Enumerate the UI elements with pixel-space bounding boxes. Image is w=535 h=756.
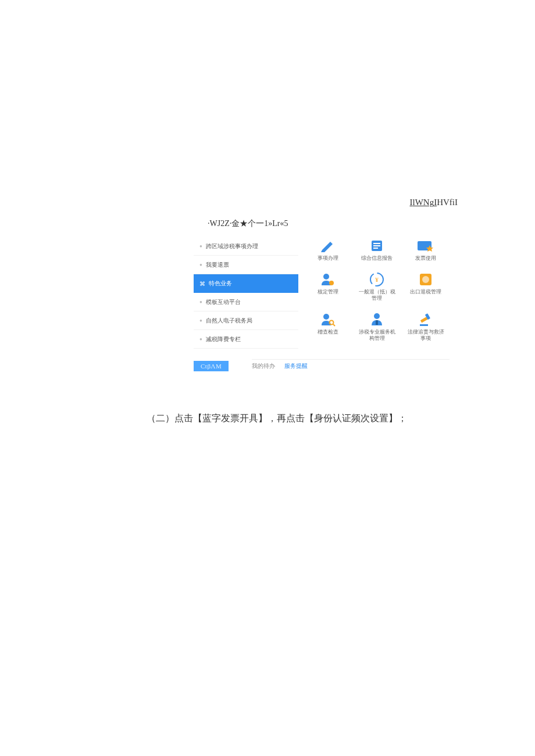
ticket-star-icon (416, 238, 435, 253)
function-grid: 事项办理 综合信息报告 发票使用 核定管理 (304, 237, 450, 349)
sidebar-item-label: 自然人电子税务局 (206, 317, 252, 325)
svg-point-11 (422, 276, 429, 283)
grid-item-label: 综合信息报告 (361, 255, 393, 261)
top-link: IlWNgIHVfiI (410, 198, 458, 207)
gavel-icon (416, 312, 435, 327)
svg-rect-3 (373, 248, 378, 249)
content-wrap: ● 跨区域涉税事项办理 ● 我要退票 ⌘ 特色业务 ● 模板互动平台 ● 自然人… (194, 237, 450, 349)
user-search-icon (319, 312, 337, 327)
sidebar-item-label: 模板互动平台 (206, 298, 241, 306)
sidebar-item-tax-cut[interactable]: ● 减税降费专栏 (194, 330, 298, 349)
svg-point-6 (323, 274, 329, 280)
sidebar-item-label: 减税降费专栏 (206, 335, 241, 343)
grid-item-legal[interactable]: 法律追责与救济事项 (402, 312, 450, 349)
bottom-bar: CtβΛM 我的待办 服务提醒 (194, 359, 450, 371)
svg-rect-2 (373, 245, 380, 246)
svg-text:¥: ¥ (375, 276, 379, 283)
list-icon (368, 238, 386, 253)
grid-item-label: 一般退（抵）税管理 (358, 289, 395, 302)
sidebar-item-featured[interactable]: ⌘ 特色业务 (194, 274, 298, 293)
grid-item-label: 核定管理 (318, 289, 338, 295)
grid-item-label: 法律追责与救济事项 (407, 329, 444, 342)
app-panel: ·WJ2Z·金★个一1»Lr«5 ● 跨区域涉税事项办理 ● 我要退票 ⌘ 特色… (194, 215, 450, 371)
bullet-icon: ● (199, 318, 202, 323)
tabs: 我的待办 服务提醒 (252, 359, 450, 371)
grid-item-label: 涉税专业服务机构管理 (358, 329, 395, 342)
grid-item-label: 发票使用 (415, 255, 436, 261)
refresh-icon: ¥ (368, 272, 386, 287)
sidebar-item-label: 特色业务 (209, 280, 232, 288)
grid-item-label: 出口退税管理 (410, 289, 441, 295)
grid-item-tax-service-org[interactable]: 涉税专业服务机构管理 (353, 312, 401, 349)
bullet-icon: ● (199, 262, 202, 267)
user-tie-icon (368, 312, 386, 327)
svg-point-15 (374, 313, 380, 319)
tab-todo[interactable]: 我的待办 (252, 362, 275, 370)
sidebar-item-template[interactable]: ● 模板互动平台 (194, 293, 298, 311)
badge: CtβΛM (194, 361, 229, 371)
sidebar-item-refund[interactable]: ● 我要退票 (194, 256, 298, 274)
grid-item-verify-mgmt[interactable]: 核定管理 (304, 272, 352, 309)
svg-rect-1 (373, 243, 380, 244)
tab-service-notice[interactable]: 服务提醒 (284, 362, 308, 370)
svg-line-14 (333, 324, 335, 326)
grid-item-invoice[interactable]: 发票使用 (402, 238, 450, 268)
command-icon: ⌘ (199, 281, 205, 287)
sidebar-item-cross-region[interactable]: ● 跨区域涉税事项办理 (194, 237, 298, 256)
link-part4: HVfiI (437, 198, 458, 207)
grid-item-label: 稽查检查 (318, 329, 338, 335)
bullet-icon: ● (199, 336, 202, 342)
svg-rect-16 (376, 320, 378, 325)
grid-item-general-refund[interactable]: ¥ 一般退（抵）税管理 (353, 272, 401, 309)
grid-item-export-refund[interactable]: 出口退税管理 (402, 272, 450, 309)
coin-icon (416, 272, 435, 287)
grid-item-audit[interactable]: 稽查检查 (304, 312, 352, 349)
svg-point-7 (329, 281, 334, 285)
sidebar-nav: ● 跨区域涉税事项办理 ● 我要退票 ⌘ 特色业务 ● 模板互动平台 ● 自然人… (194, 237, 298, 349)
instruction-text: （二）点击【蓝字发票开具】，再点击【身份认证频次设置】； (147, 413, 407, 425)
grid-item-matters[interactable]: 事项办理 (304, 238, 352, 268)
grid-item-info-report[interactable]: 综合信息报告 (353, 238, 401, 268)
sidebar-item-label: 跨区域涉税事项办理 (206, 242, 258, 250)
bullet-icon: ● (199, 243, 202, 249)
bullet-icon: ● (199, 299, 202, 304)
sidebar-item-label: 我要退票 (206, 261, 229, 269)
panel-heading: ·WJ2Z·金★个一1»Lr«5 (194, 215, 450, 237)
svg-rect-19 (420, 324, 428, 326)
sidebar-item-natural-person[interactable]: ● 自然人电子税务局 (194, 311, 298, 330)
user-gear-icon (319, 272, 337, 287)
pencil-icon (319, 238, 337, 253)
link-part2: lWNg (413, 198, 434, 207)
grid-item-label: 事项办理 (318, 255, 338, 261)
svg-point-12 (323, 314, 329, 320)
